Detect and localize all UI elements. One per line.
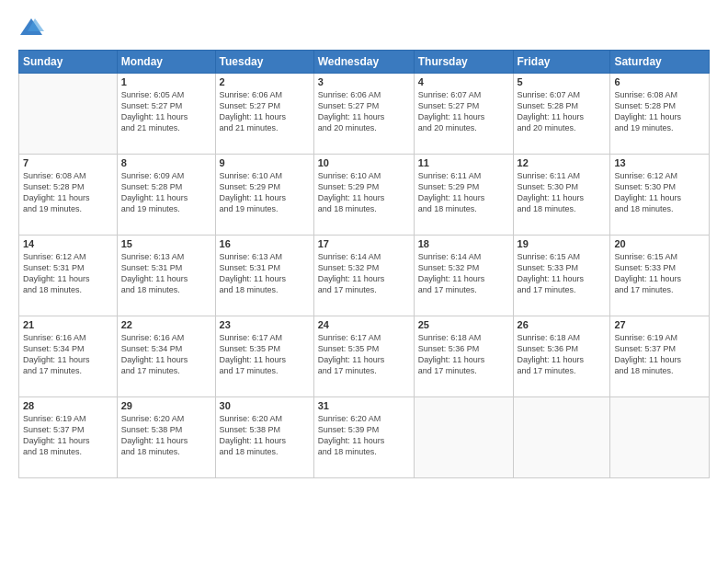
daylight-line1: Daylight: 11 hours — [23, 192, 113, 203]
day-number: 30 — [220, 400, 310, 411]
daylight-line1: Daylight: 11 hours — [418, 192, 509, 203]
daylight-line2: and 17 minutes. — [318, 365, 410, 376]
sunrise: Sunrise: 6:08 AM — [614, 89, 705, 100]
logo-icon — [18, 15, 44, 40]
day-info: Sunrise: 6:15 AMSunset: 5:33 PMDaylight:… — [518, 251, 607, 296]
calendar-week-4: 21Sunrise: 6:16 AMSunset: 5:34 PMDayligh… — [19, 316, 710, 397]
daylight-line2: and 19 minutes. — [614, 122, 705, 133]
sunset: Sunset: 5:30 PM — [614, 181, 705, 192]
day-number: 25 — [418, 319, 509, 330]
day-info: Sunrise: 6:10 AMSunset: 5:29 PMDaylight:… — [220, 170, 310, 215]
calendar-header: SundayMondayTuesdayWednesdayThursdayFrid… — [19, 51, 710, 74]
calendar-cell: 21Sunrise: 6:16 AMSunset: 5:34 PMDayligh… — [19, 316, 118, 397]
calendar-week-3: 14Sunrise: 6:12 AMSunset: 5:31 PMDayligh… — [19, 236, 710, 316]
day-info: Sunrise: 6:11 AMSunset: 5:30 PMDaylight:… — [518, 170, 607, 215]
sunrise: Sunrise: 6:10 AM — [318, 170, 410, 181]
day-number: 13 — [614, 157, 705, 168]
calendar-cell: 28Sunrise: 6:19 AMSunset: 5:37 PMDayligh… — [19, 397, 118, 478]
day-number: 6 — [614, 76, 705, 87]
sunrise: Sunrise: 6:17 AM — [318, 332, 410, 343]
sunset: Sunset: 5:29 PM — [220, 181, 310, 192]
calendar-body: 1Sunrise: 6:05 AMSunset: 5:27 PMDaylight… — [19, 74, 710, 478]
day-info: Sunrise: 6:15 AMSunset: 5:33 PMDaylight:… — [614, 251, 705, 296]
day-number: 16 — [220, 238, 310, 249]
day-number: 4 — [418, 76, 509, 87]
sunset: Sunset: 5:37 PM — [614, 343, 705, 354]
calendar-cell: 4Sunrise: 6:07 AMSunset: 5:27 PMDaylight… — [414, 74, 513, 155]
daylight-line1: Daylight: 11 hours — [121, 273, 211, 284]
header-cell-wednesday: Wednesday — [313, 51, 414, 74]
day-info: Sunrise: 6:07 AMSunset: 5:28 PMDaylight:… — [518, 89, 607, 134]
day-info: Sunrise: 6:09 AMSunset: 5:28 PMDaylight:… — [121, 170, 211, 215]
sunset: Sunset: 5:35 PM — [318, 343, 410, 354]
sunset: Sunset: 5:27 PM — [418, 100, 509, 111]
calendar-cell: 8Sunrise: 6:09 AMSunset: 5:28 PMDaylight… — [117, 155, 215, 236]
calendar-cell: 30Sunrise: 6:20 AMSunset: 5:38 PMDayligh… — [215, 397, 313, 478]
sunrise: Sunrise: 6:13 AM — [220, 251, 310, 262]
day-number: 29 — [121, 400, 211, 411]
day-info: Sunrise: 6:12 AMSunset: 5:31 PMDaylight:… — [23, 251, 113, 296]
day-number: 20 — [614, 238, 705, 249]
calendar-cell: 11Sunrise: 6:11 AMSunset: 5:29 PMDayligh… — [414, 155, 513, 236]
daylight-line1: Daylight: 11 hours — [418, 273, 509, 284]
daylight-line2: and 21 minutes. — [121, 122, 211, 133]
sunset: Sunset: 5:28 PM — [614, 100, 705, 111]
sunset: Sunset: 5:36 PM — [518, 343, 607, 354]
calendar-cell: 13Sunrise: 6:12 AMSunset: 5:30 PMDayligh… — [610, 155, 710, 236]
daylight-line1: Daylight: 11 hours — [23, 435, 113, 446]
daylight-line1: Daylight: 11 hours — [418, 354, 509, 365]
sunrise: Sunrise: 6:06 AM — [220, 89, 310, 100]
calendar-cell: 31Sunrise: 6:20 AMSunset: 5:39 PMDayligh… — [313, 397, 414, 478]
daylight-line1: Daylight: 11 hours — [614, 354, 705, 365]
day-info: Sunrise: 6:13 AMSunset: 5:31 PMDaylight:… — [121, 251, 211, 296]
calendar-cell: 7Sunrise: 6:08 AMSunset: 5:28 PMDaylight… — [19, 155, 118, 236]
sunset: Sunset: 5:31 PM — [23, 262, 113, 273]
sunset: Sunset: 5:34 PM — [121, 343, 211, 354]
sunset: Sunset: 5:29 PM — [318, 181, 410, 192]
calendar-cell: 26Sunrise: 6:18 AMSunset: 5:36 PMDayligh… — [513, 316, 610, 397]
calendar-cell — [414, 397, 513, 478]
day-number: 5 — [518, 76, 607, 87]
daylight-line1: Daylight: 11 hours — [220, 111, 310, 122]
daylight-line1: Daylight: 11 hours — [518, 354, 607, 365]
calendar-cell: 15Sunrise: 6:13 AMSunset: 5:31 PMDayligh… — [117, 236, 215, 316]
sunrise: Sunrise: 6:12 AM — [23, 251, 113, 262]
calendar-cell: 3Sunrise: 6:06 AMSunset: 5:27 PMDaylight… — [313, 74, 414, 155]
sunrise: Sunrise: 6:14 AM — [318, 251, 410, 262]
day-info: Sunrise: 6:06 AMSunset: 5:27 PMDaylight:… — [318, 89, 410, 134]
day-number: 2 — [220, 76, 310, 87]
calendar-cell: 12Sunrise: 6:11 AMSunset: 5:30 PMDayligh… — [513, 155, 610, 236]
daylight-line1: Daylight: 11 hours — [318, 435, 410, 446]
calendar-cell: 20Sunrise: 6:15 AMSunset: 5:33 PMDayligh… — [610, 236, 710, 316]
calendar-week-5: 28Sunrise: 6:19 AMSunset: 5:37 PMDayligh… — [19, 397, 710, 478]
header-cell-saturday: Saturday — [610, 51, 710, 74]
sunset: Sunset: 5:28 PM — [518, 100, 607, 111]
day-number: 14 — [23, 238, 113, 249]
sunset: Sunset: 5:33 PM — [518, 262, 607, 273]
day-info: Sunrise: 6:18 AMSunset: 5:36 PMDaylight:… — [518, 332, 607, 377]
sunrise: Sunrise: 6:16 AM — [23, 332, 113, 343]
day-number: 21 — [23, 319, 113, 330]
header-cell-sunday: Sunday — [19, 51, 118, 74]
day-info: Sunrise: 6:11 AMSunset: 5:29 PMDaylight:… — [418, 170, 509, 215]
day-info: Sunrise: 6:14 AMSunset: 5:32 PMDaylight:… — [318, 251, 410, 296]
page: SundayMondayTuesdayWednesdayThursdayFrid… — [0, 0, 728, 563]
daylight-line2: and 17 minutes. — [418, 365, 509, 376]
calendar-cell: 23Sunrise: 6:17 AMSunset: 5:35 PMDayligh… — [215, 316, 313, 397]
sunrise: Sunrise: 6:12 AM — [614, 170, 705, 181]
sunrise: Sunrise: 6:16 AM — [121, 332, 211, 343]
calendar-cell: 10Sunrise: 6:10 AMSunset: 5:29 PMDayligh… — [313, 155, 414, 236]
daylight-line2: and 18 minutes. — [121, 284, 211, 295]
daylight-line2: and 17 minutes. — [614, 284, 705, 295]
sunset: Sunset: 5:31 PM — [121, 262, 211, 273]
calendar-cell — [513, 397, 610, 478]
day-number: 31 — [318, 400, 410, 411]
calendar-cell: 6Sunrise: 6:08 AMSunset: 5:28 PMDaylight… — [610, 74, 710, 155]
sunrise: Sunrise: 6:08 AM — [23, 170, 113, 181]
calendar-cell: 18Sunrise: 6:14 AMSunset: 5:32 PMDayligh… — [414, 236, 513, 316]
sunrise: Sunrise: 6:20 AM — [220, 413, 310, 424]
daylight-line2: and 17 minutes. — [518, 365, 607, 376]
calendar-cell: 24Sunrise: 6:17 AMSunset: 5:35 PMDayligh… — [313, 316, 414, 397]
sunrise: Sunrise: 6:07 AM — [418, 89, 509, 100]
sunset: Sunset: 5:39 PM — [318, 424, 410, 435]
